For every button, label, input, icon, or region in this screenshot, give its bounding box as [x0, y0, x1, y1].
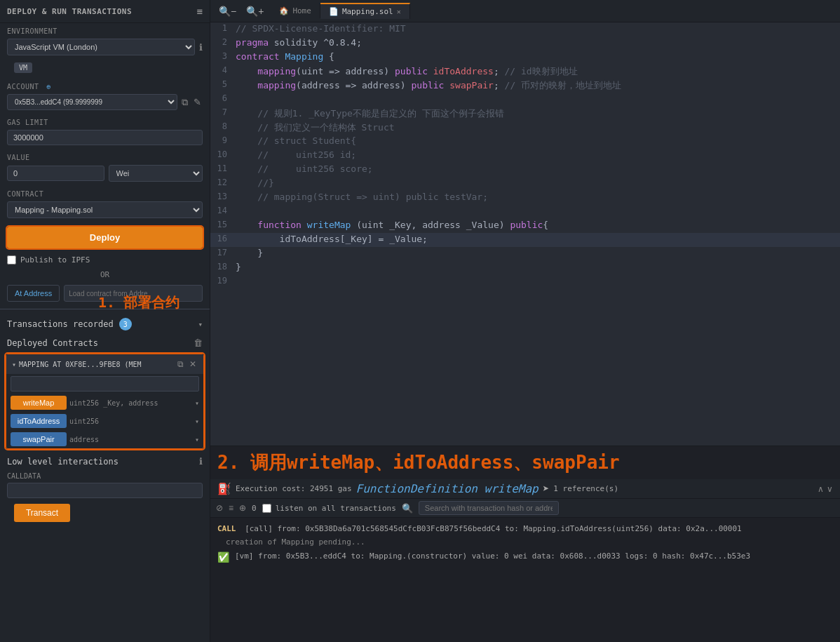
panel-header: DEPLOY & RUN TRANSACTIONS ≡	[0, 0, 210, 23]
or-divider: OR	[0, 267, 210, 282]
transactions-recorded-row[interactable]: Transactions recorded 3 ▾	[0, 314, 210, 335]
value-input[interactable]	[7, 166, 104, 181]
panel-title: DEPLOY & RUN TRANSACTIONS	[7, 7, 132, 16]
deploy-button[interactable]: Deploy	[7, 227, 203, 248]
transact-button[interactable]: Transact	[14, 504, 70, 522]
idtoaddress-chevron-icon[interactable]: ▾	[195, 417, 199, 425]
account-copy-icon[interactable]: ⧉	[180, 95, 189, 109]
code-line-12: 12 //}	[210, 177, 840, 191]
load-contract-input[interactable]	[64, 285, 203, 302]
code-line-15: 15 function writeMap (uint _Key, address…	[210, 219, 840, 233]
contract-select[interactable]: Mapping - Mapping.sol	[7, 201, 203, 218]
log-area: CALL [call] from: 0x5B38Da6a701c568545dC…	[210, 518, 840, 642]
tab-home[interactable]: 🏠 Home	[271, 4, 320, 18]
code-line-11: 11 // uint256 score;	[210, 163, 840, 177]
idtoaddress-button[interactable]: idToAddress	[11, 414, 67, 428]
transactions-label: Transactions recorded 3	[7, 318, 132, 330]
home-icon: 🏠	[279, 6, 289, 15]
writemap-button[interactable]: writeMap	[11, 396, 67, 410]
publish-row: Publish to IPFS	[0, 253, 210, 267]
code-line-13: 13 // mapping(Struct => uint) public tes…	[210, 191, 840, 205]
low-level-info-icon[interactable]: ℹ	[199, 456, 203, 467]
value-row: Wei Gwei Finney Ether	[0, 163, 210, 186]
file-icon: 📄	[329, 7, 339, 16]
account-edit-icon[interactable]: ✎	[192, 95, 203, 109]
account-select[interactable]: 0x5B3...eddC4 (99.9999999	[7, 94, 177, 110]
filter-log-button[interactable]: ≡	[229, 503, 233, 513]
environment-select[interactable]: JavaScript VM (London) JavaScript VM (Be…	[7, 39, 195, 55]
fn-swappair-row: swapPair address ▾	[6, 430, 203, 448]
exec-arrow-icon: ➤	[543, 482, 550, 495]
log-count: 0	[252, 504, 257, 513]
fn-writemap-row: writeMap uint256 _Key, address ▾	[6, 394, 203, 412]
environment-info-icon[interactable]: ℹ	[199, 42, 203, 53]
publish-checkbox[interactable]	[7, 255, 16, 265]
contract-close-button[interactable]: ✕	[188, 358, 198, 370]
gas-limit-wrap	[0, 128, 210, 149]
tab-close-icon[interactable]: ✕	[397, 8, 401, 15]
value-unit-select[interactable]: Wei Gwei Finney Ether	[109, 165, 203, 182]
success-log-text: [vm] from: 0x5B3...eddC4 to: Mapping.(co…	[235, 551, 750, 561]
gas-limit-label: GAS LIMIT	[0, 114, 210, 128]
code-line-14: 14	[210, 205, 840, 219]
contract-search-input[interactable]	[11, 376, 199, 392]
tab-mapping-sol[interactable]: 📄 Mapping.sol ✕	[320, 3, 410, 19]
swappair-button[interactable]: swapPair	[11, 432, 67, 446]
low-level-row: Low level interactions ℹ	[0, 452, 210, 471]
panel-menu-icon[interactable]: ≡	[197, 6, 203, 17]
search-log-input[interactable]	[419, 501, 559, 515]
writemap-chevron-icon[interactable]: ▾	[195, 399, 199, 407]
clear-log-button[interactable]: ⊘	[216, 503, 223, 513]
zoom-in-button[interactable]: 🔍+	[243, 4, 266, 18]
account-row: 0x5B3...eddC4 (99.9999999 ⧉ ✎	[0, 92, 210, 114]
at-address-button[interactable]: At Address	[7, 285, 60, 302]
calldata-input[interactable]	[7, 483, 203, 498]
call-tag: CALL	[217, 524, 236, 533]
editor-toolbar: 🔍− 🔍+ 🏠 Home 📄 Mapping.sol ✕	[210, 0, 840, 22]
execution-gas-text: Execution cost: 24951 gas	[236, 484, 352, 493]
gas-icon: ⛽	[217, 482, 231, 495]
code-line-5: 5 mapping(address => address) public swa…	[210, 79, 840, 93]
bottom-panel: 2. 调用writeMap、idToAddress、swapPair ⛽ Exe…	[210, 446, 840, 642]
environment-select-wrap: JavaScript VM (London) JavaScript VM (Be…	[0, 36, 210, 60]
swappair-chevron-icon[interactable]: ▾	[195, 436, 199, 443]
success-check-icon: ✅	[217, 551, 229, 563]
expand-down-button[interactable]: ∨	[827, 484, 833, 494]
code-line-3: 3 contract Mapping {	[210, 51, 840, 65]
contract-input-row	[6, 374, 203, 394]
writemap-param: uint256 _Key, address	[69, 399, 192, 407]
contract-toggle-icon[interactable]: ▾	[12, 361, 16, 368]
account-plus-icon[interactable]: ⊕	[46, 83, 51, 91]
account-label: ACCOUNT ⊕	[0, 79, 210, 92]
swappair-param: address	[69, 436, 192, 443]
expand-buttons: ∧ ∨	[818, 484, 833, 494]
fn-definition-link[interactable]: FunctionDefinition writeMap	[356, 482, 538, 495]
code-line-1: 1 // SPDX-License-Identifier: MIT	[210, 22, 840, 36]
trash-icon[interactable]: 🗑	[194, 337, 203, 348]
search-log-button[interactable]: 🔍	[402, 503, 413, 514]
at-address-row: At Address	[0, 282, 210, 305]
code-line-16: 16 idToAddress[_Key] = _Value;	[210, 233, 840, 247]
code-line-4: 4 mapping(uint => address) public idToAd…	[210, 65, 840, 79]
log-toolbar: ⊘ ≡ ⊕ 0 listen on all transactions 🔍	[210, 499, 840, 518]
listen-label: listen on all transactions	[276, 504, 396, 513]
expand-up-button[interactable]: ∧	[818, 484, 824, 494]
zoom-out-button[interactable]: 🔍−	[216, 4, 239, 18]
code-line-10: 10 // uint256 id;	[210, 149, 840, 163]
call-log-entry: CALL [call] from: 0x5B38Da6a701c568545dC…	[217, 522, 833, 535]
contract-copy-button[interactable]: ⧉	[176, 358, 185, 370]
add-filter-button[interactable]: ⊕	[239, 503, 246, 513]
fn-idtoaddress-row: idToAddress uint256 ▾	[6, 412, 203, 430]
code-line-19: 19	[210, 275, 840, 289]
code-line-7: 7 // 规则1. _KeyType不能是自定义的 下面这个例子会报错	[210, 107, 840, 121]
listen-row: listen on all transactions	[262, 504, 396, 513]
creation-log-entry: creation of Mapping pending...	[217, 535, 833, 549]
ref-count: 1 reference(s)	[553, 484, 618, 493]
listen-checkbox[interactable]	[262, 504, 271, 513]
calldata-label: CALLDATA	[0, 471, 210, 481]
contract-label: CONTRACT	[0, 186, 210, 199]
transactions-badge: 3	[119, 318, 132, 330]
gas-limit-input[interactable]	[7, 130, 203, 145]
idtoaddress-param: uint256	[69, 417, 192, 425]
vm-badge: VM	[14, 62, 32, 73]
